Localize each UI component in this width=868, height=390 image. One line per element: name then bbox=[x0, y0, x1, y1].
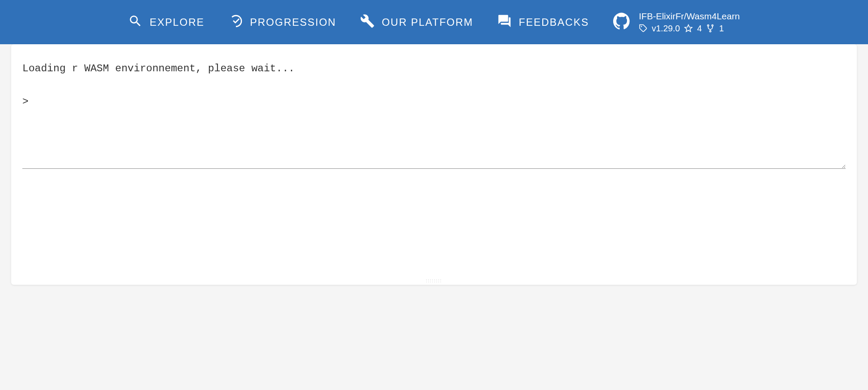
github-stars: 4 bbox=[697, 22, 702, 34]
nav-label: PROGRESSION bbox=[250, 16, 336, 28]
github-info: IFB-ElixirFr/Wasm4Learn v1.29.0 4 1 bbox=[639, 10, 740, 34]
nav-explore[interactable]: EXPLORE bbox=[128, 14, 204, 31]
nav-progression[interactable]: PROGRESSION bbox=[229, 14, 336, 31]
tools-icon bbox=[360, 14, 375, 31]
github-link[interactable]: IFB-ElixirFr/Wasm4Learn v1.29.0 4 1 bbox=[613, 10, 740, 34]
nav-feedbacks[interactable]: FEEDBACKS bbox=[497, 14, 589, 31]
github-meta: v1.29.0 4 1 bbox=[639, 22, 740, 34]
star-icon bbox=[684, 24, 693, 33]
svg-point-3 bbox=[710, 30, 711, 32]
svg-point-0 bbox=[641, 26, 642, 27]
main-area: :::::::: bbox=[0, 44, 868, 285]
nav-platform[interactable]: OUR PLATFORM bbox=[360, 14, 473, 31]
fork-icon bbox=[706, 24, 715, 33]
nav-label: OUR PLATFORM bbox=[382, 16, 473, 28]
tag-icon bbox=[639, 24, 648, 33]
terminal-input[interactable] bbox=[22, 57, 846, 169]
chat-icon bbox=[497, 14, 512, 31]
github-icon bbox=[613, 12, 630, 31]
nav-label: FEEDBACKS bbox=[519, 16, 589, 28]
header-nav: EXPLORE PROGRESSION OUR PLATFORM FEEDBAC… bbox=[0, 0, 868, 44]
progress-icon bbox=[229, 14, 243, 31]
github-version: v1.29.0 bbox=[652, 22, 680, 34]
svg-point-2 bbox=[712, 25, 713, 26]
search-icon bbox=[128, 14, 143, 31]
github-repo: IFB-ElixirFr/Wasm4Learn bbox=[639, 10, 740, 22]
terminal-card: :::::::: bbox=[11, 44, 857, 285]
svg-point-1 bbox=[708, 25, 709, 26]
nav-label: EXPLORE bbox=[150, 16, 204, 28]
github-forks: 1 bbox=[719, 22, 724, 34]
resize-handle[interactable]: :::::::: bbox=[426, 278, 442, 283]
